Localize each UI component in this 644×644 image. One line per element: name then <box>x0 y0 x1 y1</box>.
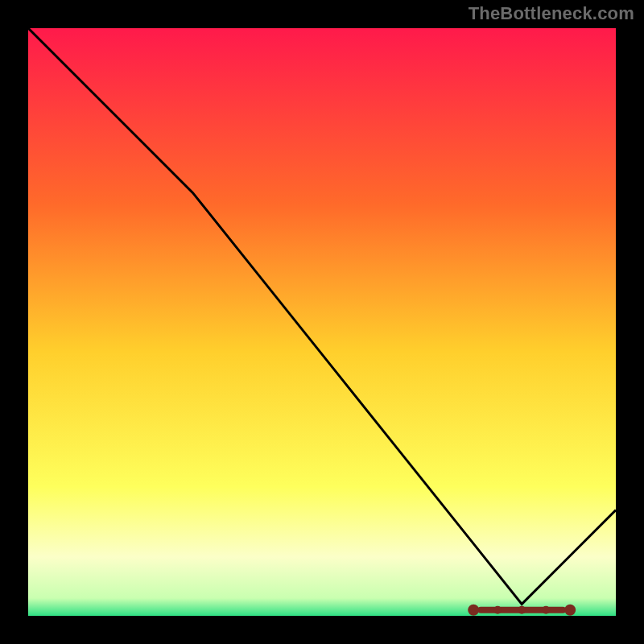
svg-point-5 <box>542 606 550 614</box>
svg-point-3 <box>493 606 502 614</box>
plot-svg <box>28 28 616 616</box>
svg-point-1 <box>468 605 479 616</box>
svg-point-4 <box>518 606 526 614</box>
plot-area <box>28 28 616 616</box>
chart-container: TheBottleneck.com <box>0 0 644 644</box>
svg-point-2 <box>564 605 576 616</box>
attribution-text: TheBottleneck.com <box>469 3 634 24</box>
